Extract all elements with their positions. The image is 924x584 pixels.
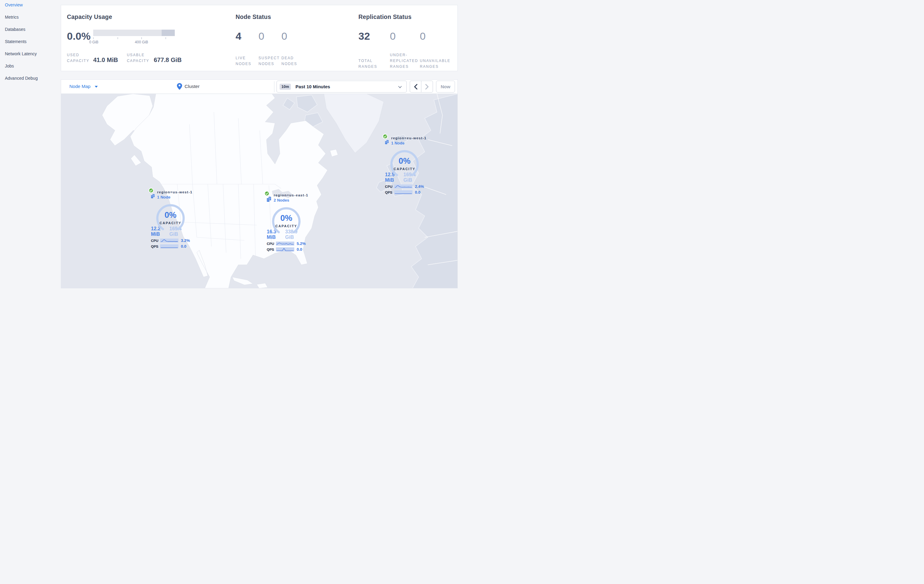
sidebar-item-metrics[interactable]: Metrics — [5, 14, 61, 20]
time-step-back-button[interactable] — [410, 81, 421, 92]
region-marker-us-west-1[interactable]: region=us-west-1 1 Node 0% CAPACITY 12.2… — [148, 190, 193, 248]
node-status-title: Node Status — [236, 13, 353, 20]
breadcrumb[interactable]: Cluster — [177, 83, 200, 90]
replication-status-title: Replication Status — [358, 13, 457, 20]
checkmark-icon — [383, 134, 388, 139]
gauge-caption: CAPACITY — [271, 224, 302, 228]
gauge-percent: 0% — [271, 214, 302, 223]
qps-label: QPS — [151, 245, 160, 248]
toolbar-divider — [274, 81, 274, 92]
gauge-percent: 0% — [155, 211, 186, 220]
under-replicated-ranges-count: 0 — [390, 30, 420, 43]
region-marker-eu-west-1[interactable]: region=eu-west-1 1 Node 0% CAPACITY 12.5… — [383, 136, 427, 194]
dead-nodes-count: 0 — [281, 30, 304, 43]
capacity-bar — [93, 30, 175, 36]
cpu-value: 2.4% — [415, 184, 424, 189]
qps-label: QPS — [385, 191, 394, 194]
sidebar-item-overview[interactable]: Overview — [5, 2, 61, 8]
cpu-label: CPU — [151, 239, 160, 242]
capacity-gauge: 0% CAPACITY — [389, 150, 420, 177]
region-name: region=eu-west-1 — [391, 136, 427, 140]
checkmark-icon — [148, 188, 154, 193]
total-ranges-count: 32 — [358, 30, 390, 43]
cpu-value: 5.2% — [297, 241, 306, 246]
region-name: region=us-west-1 — [157, 190, 193, 194]
view-selector-label: Node Map — [69, 84, 91, 89]
cpu-sparkline — [276, 242, 294, 245]
time-range-label: Past 10 Minutes — [295, 84, 330, 89]
region-node-count: 1 Node — [157, 195, 193, 199]
dead-nodes-label: DEAD NODES — [281, 55, 302, 67]
live-nodes-label: LIVE NODES — [236, 55, 256, 67]
qps-value: 0.0 — [415, 190, 421, 194]
axis-tick-label: 0 GiB — [89, 40, 98, 44]
cluster-summary-card: Capacity Usage 0.0% 0 GiB 400 GiB USED C… — [61, 5, 458, 71]
cpu-sparkline — [394, 184, 412, 188]
region-node-count: 2 Nodes — [274, 198, 308, 202]
sidebar-item-statements[interactable]: Statements — [5, 38, 61, 44]
capacity-usage-title: Capacity Usage — [67, 13, 230, 20]
under-replicated-ranges-label: UNDER-REPLICATED RANGES — [390, 52, 419, 70]
node-map-toolbar: Node Map Cluster 10m Past 10 Minutes — [61, 80, 457, 94]
chevron-down-icon — [398, 86, 402, 88]
qps-label: QPS — [267, 248, 276, 252]
used-capacity-label: USED CAPACITY — [67, 52, 88, 64]
world-map: region=us-west-1 1 Node 0% CAPACITY 12.2… — [61, 94, 458, 288]
live-nodes-count: 4 — [236, 30, 259, 43]
capacity-gauge: 0% CAPACITY — [271, 207, 302, 234]
cpu-value: 3.2% — [181, 238, 190, 243]
suspect-nodes-label: SUSPECT NODES — [259, 55, 279, 67]
checkmark-icon — [264, 191, 269, 196]
total-ranges-label: TOTAL RANGES — [358, 58, 388, 70]
time-step-forward-button[interactable] — [421, 81, 433, 92]
replication-status-panel: Replication Status 32 0 0 TOTAL RANGES U… — [353, 5, 457, 71]
used-capacity-value: 41.0 MiB — [93, 56, 118, 64]
node-map-card: Node Map Cluster 10m Past 10 Minutes — [61, 79, 458, 288]
qps-sparkline — [394, 190, 412, 194]
breadcrumb-label: Cluster — [185, 84, 200, 89]
capacity-usage-panel: Capacity Usage 0.0% 0 GiB 400 GiB USED C… — [61, 5, 230, 71]
gauge-caption: CAPACITY — [155, 221, 186, 225]
chevron-right-icon — [425, 84, 429, 89]
capacity-bar-reserved-segment — [162, 30, 175, 36]
map-pin-icon — [177, 83, 182, 90]
qps-value: 0.0 — [297, 247, 302, 252]
node-status-panel: Node Status 4 0 0 LIVE NODES SUSPECT NOD… — [230, 5, 353, 71]
sidebar: Overview Metrics Databases Statements Ne… — [0, 0, 61, 292]
cpu-label: CPU — [267, 242, 276, 245]
sidebar-item-network-latency[interactable]: Network Latency — [5, 51, 61, 57]
time-step-buttons — [410, 81, 433, 92]
unavailable-ranges-label: UNAVAILABLE RANGES — [420, 58, 452, 70]
time-range-badge: 10m — [280, 84, 291, 90]
capacity-gauge: 0% CAPACITY — [155, 204, 186, 231]
now-button[interactable]: Now — [436, 81, 455, 92]
sidebar-item-advanced-debug[interactable]: Advanced Debug — [5, 75, 61, 81]
region-node-count: 1 Node — [391, 141, 427, 145]
gauge-caption: CAPACITY — [389, 167, 420, 171]
sidebar-item-jobs[interactable]: Jobs — [5, 63, 61, 69]
axis-tick — [93, 37, 94, 39]
sidebar-item-databases[interactable]: Databases — [5, 26, 61, 32]
qps-value: 0.0 — [181, 244, 186, 248]
caret-down-icon — [95, 86, 98, 88]
axis-tick-label: 400 GiB — [135, 40, 148, 44]
region-marker-us-east-1[interactable]: region=us-east-1 2 Nodes 0% CAPACITY 16.… — [264, 193, 308, 252]
usable-capacity-value: 677.8 GiB — [154, 56, 182, 64]
usable-capacity-label: USABLE CAPACITY — [127, 52, 149, 64]
qps-sparkline — [160, 244, 178, 248]
qps-sparkline — [276, 247, 294, 252]
cpu-label: CPU — [385, 185, 394, 188]
chevron-left-icon — [414, 84, 417, 89]
region-name: region=us-east-1 — [274, 193, 308, 197]
time-range-dropdown[interactable]: 10m Past 10 Minutes — [277, 81, 407, 92]
capacity-bar-chart: 0 GiB 400 GiB — [93, 30, 175, 44]
cpu-sparkline — [160, 239, 178, 242]
gauge-percent: 0% — [389, 156, 420, 166]
view-selector-dropdown[interactable]: Node Map — [69, 84, 98, 89]
unavailable-ranges-count: 0 — [420, 30, 426, 43]
suspect-nodes-count: 0 — [259, 30, 281, 43]
